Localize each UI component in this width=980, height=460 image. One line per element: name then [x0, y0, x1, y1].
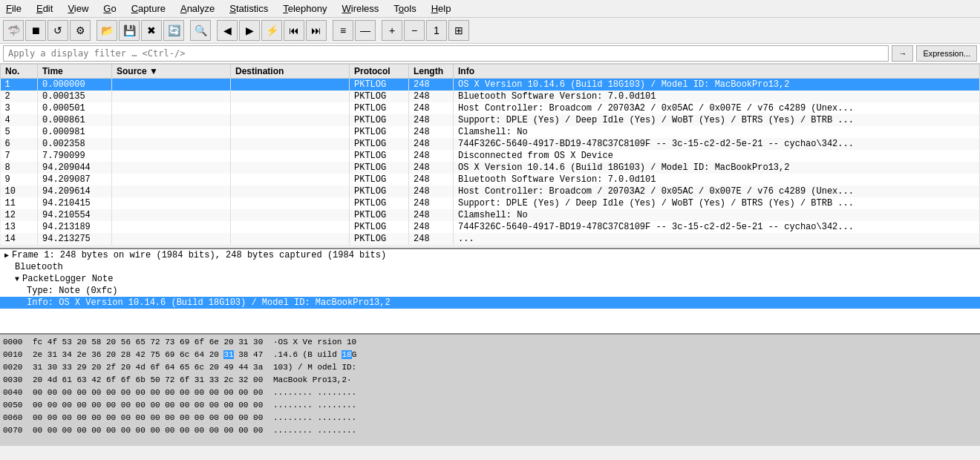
table-row[interactable]: 20.000135PKTLOG248Bluetooth Software Ver…: [1, 91, 980, 102]
menu-tools[interactable]: Tools: [391, 1, 419, 16]
table-row[interactable]: 894.209044PKTLOG248OS X Version 10.14.6 …: [1, 162, 980, 174]
detail-info-row[interactable]: Info: OS X Version 10.14.6 (Build 18G103…: [0, 297, 980, 309]
packet-list-table: No. Time Source ▼ Destination Protocol L…: [0, 64, 980, 245]
hex-line[interactable]: 005000 00 00 00 00 00 00 00 00 00 00 00 …: [3, 399, 977, 412]
table-row[interactable]: 50.000981PKTLOG248Clamshell: No: [1, 126, 980, 138]
shark-fin-button[interactable]: 🦈: [3, 20, 24, 41]
table-row[interactable]: 1394.213189PKTLOG248744F326C-5640-4917-B…: [1, 221, 980, 233]
menu-go[interactable]: Go: [100, 1, 119, 16]
table-row[interactable]: 994.209087PKTLOG248Bluetooth Software Ve…: [1, 174, 980, 185]
detail-type-row[interactable]: Type: Note (0xfc): [0, 285, 980, 297]
autoscroll-button[interactable]: ≡: [333, 20, 353, 41]
hex-line[interactable]: 0000fc 4f 53 20 58 20 56 65 72 73 69 6f …: [3, 336, 977, 349]
packet-list-container: No. Time Source ▼ Destination Protocol L…: [0, 64, 980, 249]
detail-frame-row[interactable]: ▶ Frame 1: 248 bytes on wire (1984 bits)…: [0, 249, 980, 261]
table-row[interactable]: 1094.209614PKTLOG248Host Controller: Bro…: [1, 185, 980, 197]
hex-content[interactable]: 0000fc 4f 53 20 58 20 56 65 72 73 69 6f …: [0, 335, 980, 446]
table-row[interactable]: 77.790099PKTLOG248Disconnected from OS X…: [1, 150, 980, 162]
menu-file[interactable]: File: [3, 1, 24, 16]
detail-bluetooth-row[interactable]: Bluetooth: [0, 261, 980, 273]
detail-frame-text: Frame 1: 248 bytes on wire (1984 bits), …: [12, 250, 386, 260]
stop-capture-button[interactable]: ⏹: [25, 20, 46, 41]
capture-options-button[interactable]: ⚙: [70, 20, 91, 41]
menubar: File Edit View Go Capture Analyze Statis…: [0, 0, 980, 18]
table-row[interactable]: 1494.213275PKTLOG248...: [1, 233, 980, 245]
col-destination[interactable]: Destination: [231, 65, 350, 79]
table-row[interactable]: 40.000861PKTLOG248Support: DPLE (Yes) / …: [1, 114, 980, 126]
col-source[interactable]: Source ▼: [112, 65, 231, 79]
nav-back-button[interactable]: ◀: [217, 20, 238, 41]
packet-list-scroll[interactable]: No. Time Source ▼ Destination Protocol L…: [0, 64, 980, 249]
table-row[interactable]: 30.000501PKTLOG248Host Controller: Broad…: [1, 102, 980, 114]
filter-input[interactable]: [3, 45, 889, 62]
col-protocol[interactable]: Protocol: [350, 65, 409, 79]
zoom-out-btn2[interactable]: −: [404, 20, 425, 41]
zoom-in-button[interactable]: —: [355, 20, 376, 41]
last-pkt-button[interactable]: ⏭: [306, 20, 327, 41]
reload-button[interactable]: 🔄: [163, 20, 184, 41]
find-button[interactable]: 🔍: [190, 20, 211, 41]
filter-apply-button[interactable]: →: [892, 45, 913, 62]
detail-packetlogger-text: PacketLogger Note: [22, 274, 113, 284]
hex-line[interactable]: 004000 00 00 00 00 00 00 00 00 00 00 00 …: [3, 387, 977, 399]
zoom-in-btn2[interactable]: +: [382, 20, 402, 41]
frame-expand-icon: ▶: [4, 251, 9, 260]
menu-telephony[interactable]: Telephony: [280, 1, 330, 16]
col-info[interactable]: Info: [454, 65, 980, 79]
first-pkt-button[interactable]: ⏮: [284, 20, 304, 41]
menu-statistics[interactable]: Statistics: [226, 1, 271, 16]
table-row[interactable]: 60.002358PKTLOG248744F326C-5640-4917-BD1…: [1, 138, 980, 150]
menu-capture[interactable]: Capture: [128, 1, 169, 16]
toolbar: 🦈 ⏹ ↺ ⚙ 📂 💾 ✖ 🔄 🔍 ◀ ▶ ⚡ ⏮ ⏭ ≡ — + − 1 ⊞: [0, 18, 980, 44]
hex-line[interactable]: 003020 4d 61 63 42 6f 6f 6b 50 72 6f 31 …: [3, 374, 977, 387]
packet-detail-pane: ▶ Frame 1: 248 bytes on wire (1984 bits)…: [0, 249, 980, 335]
col-time[interactable]: Time: [38, 65, 112, 79]
hex-line[interactable]: 007000 00 00 00 00 00 00 00 00 00 00 00 …: [3, 424, 977, 437]
detail-info-text: Info: OS X Version 10.14.6 (Build 18G103…: [27, 298, 391, 308]
nav-fwd-button[interactable]: ▶: [239, 20, 260, 41]
menu-edit[interactable]: Edit: [33, 1, 56, 16]
detail-packetlogger-row[interactable]: ▼ PacketLogger Note: [0, 273, 980, 285]
table-row[interactable]: 10.000000PKTLOG248OS X Version 10.14.6 (…: [1, 79, 980, 91]
nav-expert-button[interactable]: ⚡: [261, 20, 282, 41]
close-file-button[interactable]: ✖: [141, 20, 162, 41]
table-row[interactable]: 1194.210415PKTLOG248Support: DPLE (Yes) …: [1, 197, 980, 209]
table-row[interactable]: 1294.210554PKTLOG248Clamshell: No: [1, 209, 980, 221]
filterbar: → Expression...: [0, 44, 980, 64]
detail-bluetooth-text: Bluetooth: [15, 262, 63, 272]
detail-type-text: Type: Note (0xfc): [27, 286, 117, 296]
menu-analyze[interactable]: Analyze: [177, 1, 218, 16]
menu-help[interactable]: Help: [428, 1, 454, 16]
col-length[interactable]: Length: [409, 65, 454, 79]
resize-columns-btn[interactable]: ⊞: [448, 20, 469, 41]
hex-dump-pane: 0000fc 4f 53 20 58 20 56 65 72 73 69 6f …: [0, 335, 980, 446]
hex-line[interactable]: 002031 30 33 29 20 2f 20 4d 6f 64 65 6c …: [3, 361, 977, 374]
open-file-button[interactable]: 📂: [97, 20, 117, 41]
hex-line[interactable]: 00102e 31 34 2e 36 20 28 42 75 69 6c 64 …: [3, 349, 977, 361]
restart-capture-button[interactable]: ↺: [48, 20, 68, 41]
packetlogger-expand-icon: ▼: [15, 275, 19, 283]
menu-view[interactable]: View: [65, 1, 91, 16]
menu-wireless[interactable]: Wireless: [339, 1, 382, 16]
hex-line[interactable]: 006000 00 00 00 00 00 00 00 00 00 00 00 …: [3, 412, 977, 424]
save-file-button[interactable]: 💾: [119, 20, 140, 41]
expression-button[interactable]: Expression...: [916, 45, 977, 62]
col-no[interactable]: No.: [1, 65, 38, 79]
normal-size-btn[interactable]: 1: [426, 20, 447, 41]
